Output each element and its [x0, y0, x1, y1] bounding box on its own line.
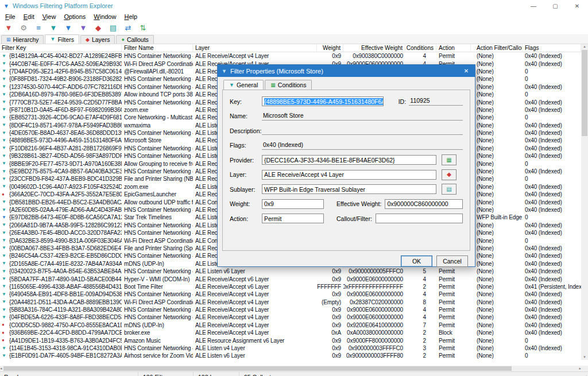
flags-field[interactable]: 0x40 (Indexed) [262, 141, 463, 150]
id-field[interactable]: 110925 [409, 97, 463, 106]
provider-field[interactable]: {DECC16CA-3F33-4346-BE1E-8FB4AE0F3D62} [262, 155, 436, 165]
column-header[interactable]: Effective Weight [343, 44, 405, 52]
column-header[interactable]: Action [436, 44, 471, 52]
column-header[interactable]: Action Filter/Callout [471, 44, 523, 52]
column-header[interactable]: Layer [193, 44, 317, 52]
cell-flags: 0x40 (Indexed) [523, 83, 581, 91]
cell-weight: 0x9 [317, 52, 343, 60]
resize-grip-icon[interactable]: ◢ [582, 374, 588, 376]
table-row[interactable]: {936B69BE-22C4-4CFD-B8DD-4799AA7DCEF7} b… [0, 329, 581, 336]
cell-filter-name: Allow inbound TCP ports 389 ... [122, 91, 193, 98]
table-row[interactable]: {1165065E-4996-4338-ABAF-488556B4D431} B… [0, 283, 581, 290]
table-row[interactable]: {114E1B45-3153-4318-98CA-91C4310DAB0E} H… [0, 344, 581, 352]
table-row[interactable]: {6490458A-EB91-4DF8-BB1E-009AD94D5385} H… [0, 290, 581, 298]
table-row[interactable]: {04FBDE5A-6226-433F-8A8F-FBD38BECD530} H… [0, 313, 581, 321]
menu-item[interactable]: Edit [20, 13, 38, 21]
toolbar-button[interactable]: ⇅ [136, 22, 150, 34]
cell-flags: 0x40 (Indexed) [523, 299, 581, 306]
cell-weight: 0x9 [317, 321, 343, 329]
dialog-close-button[interactable]: ✕ [458, 65, 475, 77]
window-title: Windows Filtering Platform Explorer [13, 2, 113, 9]
toolbar-button[interactable]: ▼ [61, 22, 75, 34]
key-field[interactable]: {48898BE5-973D-4496-A459-151631480F6A} [262, 96, 384, 106]
menu-item[interactable]: Window [90, 13, 120, 21]
sublayer-browse-button[interactable]: ▤ [442, 184, 457, 195]
callout-filter-field[interactable] [376, 214, 463, 223]
minimize-button[interactable]: — [523, 0, 544, 11]
sublayer-field[interactable]: WFP Built-in Edge Traversal Sublayer [262, 184, 436, 194]
toolbar-button[interactable]: ⚙ [17, 22, 30, 34]
table-row[interactable]: {E1BF0D91-DA7F-4605-94BF-EB1C8272A3A8} A… [0, 352, 581, 359]
cell-filter-key: {C00D5C5D-9882-4750-AFC0-8555E8ACA1D4} [9, 322, 122, 328]
scroll-up-icon[interactable]: ▴ [583, 44, 586, 49]
cell-filter-key: {366A20EC-70CD-43FA-A2F5-3552A7E5E802} [9, 191, 122, 197]
table-row[interactable]: {C00D5C5D-9882-4750-AFC0-8555E8ACA1D4} m… [0, 321, 581, 329]
toolbar-button[interactable]: ▼ [76, 22, 90, 34]
cell-filter-name: Amazon Music [122, 336, 193, 344]
description-field[interactable] [262, 126, 463, 135]
dialog-tab[interactable]: ▼ General [223, 80, 264, 90]
table-row[interactable]: {20A44821-D511-43DA-ACAB-8889EBB139CE} W… [0, 299, 581, 306]
column-header[interactable]: Conditions [405, 44, 436, 52]
view-tab[interactable]: ◆ Layers [80, 35, 115, 44]
filter-row-icon [2, 277, 9, 281]
table-row[interactable]: {A41D9DE1-1B19-4335-B763-A3B0A2D4FC5C} A… [0, 336, 581, 344]
cell-action-filter-callout: (None) [471, 283, 523, 290]
ok-button[interactable]: OK [401, 255, 432, 267]
cell-filter-name: Wi-Fi Direct ASP Coordination... [122, 237, 193, 244]
toolbar-button[interactable]: ≡ [32, 22, 45, 34]
statusbar: Ready 139 Filters103 Layers95 Callouts ◢ [0, 371, 588, 376]
view-tab[interactable]: ⊞ Hierarchy [1, 35, 44, 44]
cell-effective-weight: 0x9000FF8000000000 [343, 336, 405, 344]
column-header[interactable]: Flags [523, 44, 581, 52]
scroll-down-icon[interactable]: ▾ [583, 355, 586, 359]
table-row[interactable]: {5BDAA7FF-A1B7-4890-9A1D-5BACE00B445A} H… [0, 275, 581, 282]
cell-filter-key: {2DB6A16D-8979-4780-98E0-6F3DEB853897} [9, 91, 122, 98]
cell-effective-weight: 0xA000380000000000 [343, 329, 405, 336]
action-field[interactable]: Permit [262, 214, 324, 223]
name-field[interactable]: Microsoft Store [262, 112, 463, 121]
cell-layer: ALE Receive/Accept v4 Layer [193, 321, 317, 329]
filter-row-icon [2, 323, 9, 327]
dialog-tab[interactable]: ▦ Conditions [265, 80, 312, 90]
cell-filter-key: {A2E60D85-02AA-479E-AD66-AAC4D43FABE0} [9, 207, 122, 213]
cell-flags: 0 [523, 175, 581, 183]
layer-field[interactable]: ALE Receive/Accept v4 Layer [262, 170, 436, 180]
column-header[interactable]: Filter Name [122, 44, 193, 52]
table-row[interactable]: {03420023-B7F5-4A0A-B54E-63B53ABE84A1} H… [0, 268, 581, 275]
cell-flags: 0x40 (Indexed) [523, 52, 581, 60]
cell-filter-key: {7770CB73-52E7-4E24-9539-C2D5D77F8BA4} [9, 99, 122, 106]
column-header[interactable]: Weight [317, 44, 343, 52]
provider-browse-button[interactable]: ▦ [442, 154, 457, 165]
vertical-scroll-thumb[interactable] [582, 50, 587, 136]
toolbar-button[interactable]: ◆ [91, 22, 105, 34]
effective-weight-field[interactable]: 0x900000C860000000 [385, 199, 463, 209]
toolbar-button[interactable]: ▼ [2, 22, 16, 34]
toolbar-button[interactable]: ▤ [106, 22, 120, 34]
table-row[interactable]: {5B83A316-784C-4119-A321-B8A309B42A80} H… [0, 306, 581, 313]
toolbar-icon: ⇅ [140, 24, 146, 32]
view-tab[interactable]: ▼ Filters [45, 34, 79, 44]
weight-label: Weight: [230, 200, 262, 207]
toolbar-button[interactable]: ▼ [47, 22, 60, 34]
cell-filter-name: Core Networking - Multicast L... [122, 114, 193, 121]
layer-browse-button[interactable]: ◆ [442, 169, 457, 180]
view-tab[interactable]: ● Callouts [116, 35, 153, 44]
vertical-scrollbar[interactable]: ▴ ▾ [581, 44, 588, 360]
scroll-left-icon[interactable]: ◂ [0, 366, 2, 371]
close-button[interactable]: ✕ [566, 0, 588, 11]
table-row[interactable]: {B14B129A-4C45-4042-BD27-A1289E24BFB9} H… [0, 52, 581, 60]
menu-item[interactable]: View [38, 13, 60, 21]
horizontal-scroll-thumb[interactable] [3, 366, 512, 371]
menu-item[interactable]: Help [120, 13, 141, 21]
cell-filter-name: zoom.exe [122, 183, 193, 191]
column-header[interactable]: Filter Key [0, 44, 122, 52]
maximize-button[interactable]: ▢ [544, 0, 566, 11]
cancel-button[interactable]: Cancel [436, 255, 468, 267]
cell-filter-key: {9B328B61-3B27-4D5D-AD56-98F3A897DDF2} [9, 153, 122, 159]
toolbar-button[interactable]: ⇄ [121, 22, 135, 34]
menu-item[interactable]: Options [60, 13, 90, 21]
horizontal-scrollbar[interactable]: ◂ ▸ [0, 366, 581, 371]
menu-item[interactable]: File [1, 13, 20, 21]
weight-field[interactable]: 0x9 [262, 199, 324, 209]
